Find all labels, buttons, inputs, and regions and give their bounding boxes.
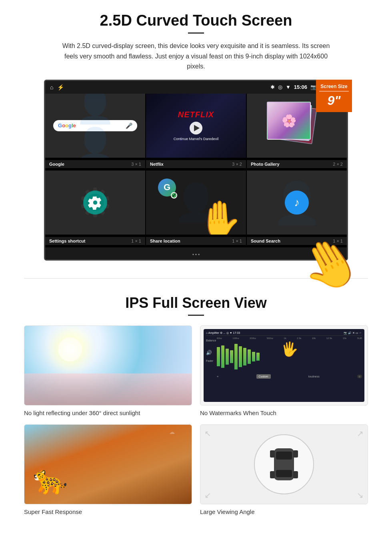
eq-bar-6 xyxy=(239,346,242,367)
eq-bar-5 xyxy=(234,344,238,369)
car-view-circle xyxy=(254,434,314,494)
cheetah-image: 🐆 ☁ xyxy=(24,424,192,504)
app-grid-bottom: ⚙ G ✓ 🤚 👤 ♪ xyxy=(45,171,347,235)
sky-detail: ☁ xyxy=(169,429,175,435)
google-app-size: 3 × 1 xyxy=(131,162,141,167)
eq-bar-2 xyxy=(221,345,224,368)
gmaps-check: ✓ xyxy=(171,192,177,199)
google-app-name: Google xyxy=(49,162,64,167)
angle-indicator-bl: ↙ xyxy=(204,490,211,500)
settings-label: Settings shortcut 1 × 1 xyxy=(45,237,145,245)
car-wheel-rr xyxy=(293,471,298,478)
eq-bar-1 xyxy=(217,347,220,366)
amp-left-labels: Balance 🔊 Fader xyxy=(206,337,216,379)
cheetah-emoji: 🐆 xyxy=(33,463,68,496)
share-location-app-cell[interactable]: G ✓ 🤚 👤 xyxy=(146,171,246,235)
netflix-app-size: 3 × 2 xyxy=(232,162,242,167)
sunlight-image xyxy=(24,325,192,405)
feature-cheetah: 🐆 ☁ Super Fast Response xyxy=(24,424,192,515)
settings-app-size: 1 × 1 xyxy=(131,239,141,243)
netflix-logo: NETFLIX xyxy=(150,110,242,119)
google-label: Google 3 × 1 xyxy=(45,160,145,168)
feature-grid: No light reflecting under 360° direct su… xyxy=(24,325,368,515)
play-triangle-icon xyxy=(194,125,200,131)
amp-loudness-label: loudness xyxy=(308,375,320,378)
section1-description: With 2.5D curved-display screen, this de… xyxy=(60,41,332,72)
amp-status-bar: ⌂ Amplifier ⚙ ... ◎ ▼ 17:33 📷 🔊 ✕ ▭ ← xyxy=(206,331,362,336)
sunlight-caption: No light reflecting under 360° direct su… xyxy=(24,409,192,416)
section-curved-screen: 2.5D Curved Touch Screen With 2.5D curve… xyxy=(0,0,392,270)
car-wheel-rl xyxy=(270,471,275,478)
flower-emoji: 🌸 xyxy=(268,102,310,139)
settings-app-name: Settings shortcut xyxy=(49,239,85,243)
hand-icon: 🤚 xyxy=(197,199,242,235)
gallery-label: Photo Gallery 2 × 2 xyxy=(247,160,347,168)
home-icon: ⌂ xyxy=(50,84,53,90)
car-image: ↖ ↗ ↙ ↘ xyxy=(200,424,368,504)
section2-title-divider xyxy=(188,315,204,316)
eq-bar-9 xyxy=(252,352,255,361)
section-ips-screen: IPS Full Screen View No light reflecting… xyxy=(0,287,392,527)
amp-touch-hand: 🖐 xyxy=(281,341,298,357)
netflix-label: Netflix 3 × 2 xyxy=(146,160,246,168)
netflix-subtitle: Continue Marvel's Daredevil xyxy=(150,137,242,141)
app-labels-row1: Google 3 × 1 Netflix 3 × 2 Photo Gallery… xyxy=(45,158,347,171)
sun-circle xyxy=(58,337,82,361)
badge-size: 9" xyxy=(319,93,349,108)
usb-icon: ⚡ xyxy=(57,84,64,90)
eq-bar-10 xyxy=(256,353,260,361)
location-icon: ◎ xyxy=(278,84,282,90)
share-app-size: 1 × 1 xyxy=(232,239,242,243)
car-rear-window xyxy=(276,470,292,477)
device-mockup: Screen Size 9" ⌂ ⚡ ✱ ◎ ▼ 15:06 📷 🔊 xyxy=(44,80,348,261)
eq-bar-7 xyxy=(243,348,246,365)
share-label: Share location 1 × 1 xyxy=(146,237,246,245)
google-app-cell[interactable]: Google 🎤 👤👤 xyxy=(45,94,145,158)
music-note-icon: ♪ xyxy=(294,196,300,209)
netflix-app-name: Netflix xyxy=(150,162,164,167)
screen-size-badge: Screen Size 9" xyxy=(316,80,352,112)
app-grid-top: Google 🎤 👤👤 NETFLIX Continue Marvel' xyxy=(45,94,347,158)
bluetooth-icon: ✱ xyxy=(270,84,275,90)
wifi-icon: ▼ xyxy=(286,84,291,90)
title-divider xyxy=(188,32,204,34)
settings-icon-circle xyxy=(83,191,107,215)
gear-icon xyxy=(88,195,102,210)
amp-content: Balance 🔊 Fader 60hz100hz200hz500hz1k2.5… xyxy=(206,337,362,379)
eq-bar-8 xyxy=(248,349,251,364)
google-bg-figure: 👤👤 xyxy=(70,94,120,158)
gallery-app-size: 2 × 2 xyxy=(333,162,343,167)
amp-prev-icon: « xyxy=(217,375,218,378)
netflix-content: NETFLIX Continue Marvel's Daredevil xyxy=(146,106,246,145)
amp-bottom-row: « Custom loudness ○ xyxy=(217,374,362,379)
gmaps-icon-wrapper: G ✓ xyxy=(158,179,176,197)
angle-indicator-tl: ↖ xyxy=(204,429,211,438)
horizon xyxy=(24,373,192,405)
app-labels-row2: Settings shortcut 1 × 1 Share location 1… xyxy=(45,235,347,247)
car-wheel-fl xyxy=(270,450,275,458)
device-screen: ⌂ ⚡ ✱ ◎ ▼ 15:06 📷 🔊 ✕ ▭ xyxy=(44,80,348,261)
share-app-name: Share location xyxy=(150,239,180,243)
angle-indicator-tr: ↗ xyxy=(357,429,364,438)
feature-car: ↖ ↗ ↙ ↘ Large Viewing Angle xyxy=(200,424,368,515)
mic-icon: 🎤 xyxy=(126,122,132,129)
car-caption: Large Viewing Angle xyxy=(200,508,368,515)
cheetah-caption: Super Fast Response xyxy=(24,508,192,515)
status-time: 15:06 xyxy=(294,84,307,90)
settings-app-cell[interactable]: ⚙ xyxy=(45,171,145,235)
sound-app-name: Sound Search xyxy=(251,239,280,243)
feature-sunlight: No light reflecting under 360° direct su… xyxy=(24,325,192,416)
amp-home-icon: ⌂ Amplifier ⚙ ... ◎ ▼ 17:33 xyxy=(206,331,240,335)
netflix-app-cell[interactable]: NETFLIX Continue Marvel's Daredevil xyxy=(146,94,246,158)
sound-search-app-cell[interactable]: ♪ 👤 xyxy=(247,171,347,235)
amp-toggle: ○ xyxy=(357,375,362,378)
amplifier-image: ⌂ Amplifier ⚙ ... ◎ ▼ 17:33 📷 🔊 ✕ ▭ ← Ba… xyxy=(200,325,368,405)
car-wheel-fr xyxy=(293,450,298,458)
amp-icons: 📷 🔊 ✕ ▭ ← xyxy=(344,331,362,335)
car-top-view-svg xyxy=(268,440,300,488)
angle-indicator-br: ↘ xyxy=(357,490,364,500)
gallery-app-name: Photo Gallery xyxy=(251,162,280,167)
music-icon-circle: ♪ xyxy=(285,191,309,215)
car-windshield xyxy=(276,452,292,460)
netflix-play-button[interactable] xyxy=(190,122,202,134)
